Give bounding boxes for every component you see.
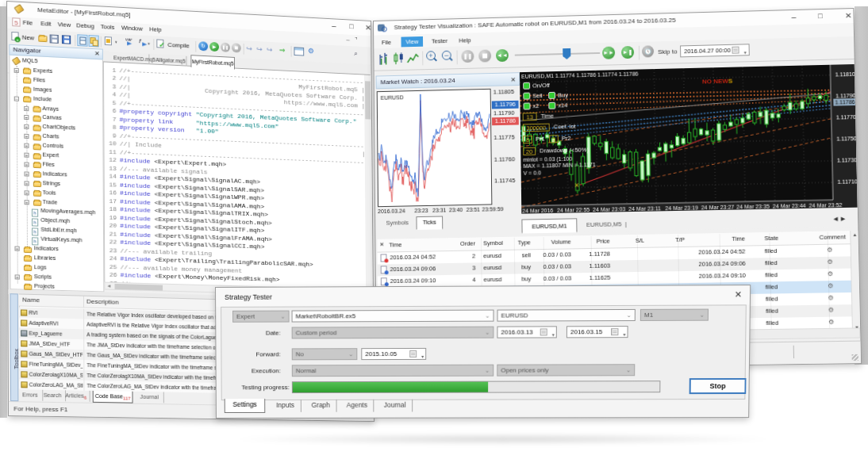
svg-text:NO NEWS: NO NEWS xyxy=(702,77,733,85)
svg-text:1.11786: 1.11786 xyxy=(835,99,855,105)
svg-text:1.11770: 1.11770 xyxy=(836,114,857,120)
svg-text:1.11710: 1.11710 xyxy=(838,178,858,185)
svg-text:1.11810: 1.11810 xyxy=(835,71,856,78)
svg-text:1.11730: 1.11730 xyxy=(837,157,858,163)
svg-text:1.11790: 1.11790 xyxy=(835,93,856,99)
svg-text:EURUSD: EURUSD xyxy=(381,94,404,101)
svg-text:1.11750: 1.11750 xyxy=(836,136,857,142)
